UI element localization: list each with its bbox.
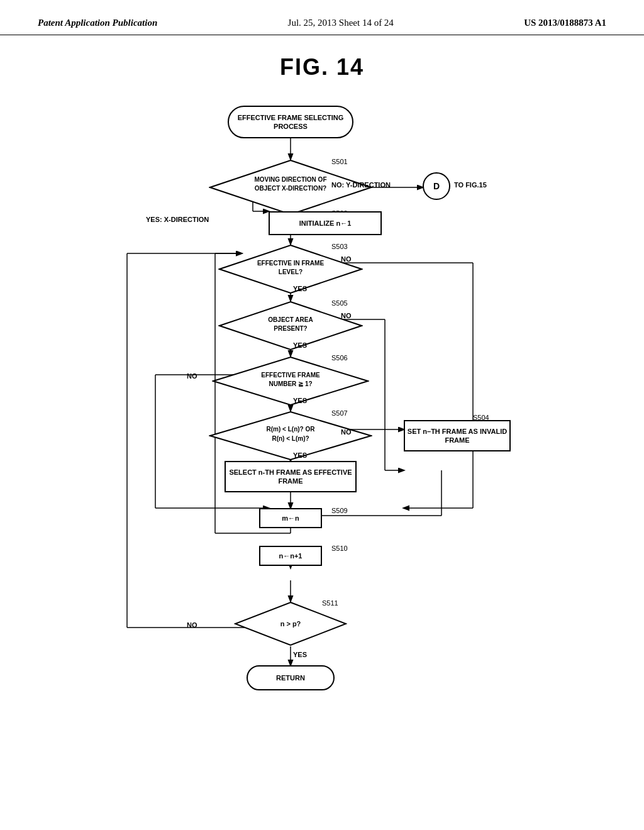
svg-text:EFFECTIVE IN FRAME: EFFECTIVE IN FRAME <box>257 260 324 267</box>
svg-text:OBJECT X-DIRECTION?: OBJECT X-DIRECTION? <box>255 185 326 192</box>
s506-no-label: NO <box>187 372 197 380</box>
s504-process: SET n–TH FRAME AS INVALID FRAME <box>404 420 511 451</box>
flowchart-container: EFFECTIVE FRAME SELECTING PROCESS S501 M… <box>45 93 599 804</box>
s505-no-label: NO <box>341 312 352 319</box>
svg-text:NUMBER ≧ 1?: NUMBER ≧ 1? <box>269 380 312 387</box>
s507-yes-label: YES <box>293 451 307 459</box>
s505-diamond: OBJECT AREA PRESENT? <box>218 301 363 351</box>
publication-number: US 2013/0188873 A1 <box>524 18 606 28</box>
svg-text:EFFECTIVE FRAME: EFFECTIVE FRAME <box>261 372 320 379</box>
s505-yes-label: YES <box>293 341 307 349</box>
step-s510-label: S510 <box>331 545 348 552</box>
s503-no-label: NO <box>341 255 352 263</box>
svg-text:n > p?: n > p? <box>280 620 301 628</box>
figure-title: FIG. 14 <box>0 54 644 80</box>
yes-x-direction-label: YES: X-DIRECTION <box>146 216 209 223</box>
start-terminal: EFFECTIVE FRAME SELECTING PROCESS <box>228 106 353 138</box>
return-terminal: RETURN <box>247 665 335 690</box>
publication-date-sheet: Jul. 25, 2013 Sheet 14 of 24 <box>288 18 394 28</box>
publication-title: Patent Application Publication <box>38 18 157 28</box>
s509-process: m←n <box>259 508 322 528</box>
svg-text:R(n) < L(m)?: R(n) < L(m)? <box>272 435 309 442</box>
to-fig15-label: TO FIG.15 <box>454 181 487 189</box>
page-header: Patent Application Publication Jul. 25, … <box>0 0 644 35</box>
svg-text:R(m) < L(n)? OR: R(m) < L(n)? OR <box>267 426 316 433</box>
s511-diamond: n > p? <box>234 601 347 646</box>
s503-diamond: EFFECTIVE IN FRAME LEVEL? <box>218 244 363 294</box>
step-s509-label: S509 <box>331 507 348 514</box>
s511-no-label: NO <box>187 621 197 629</box>
svg-text:OBJECT AREA: OBJECT AREA <box>268 316 313 323</box>
s507-diamond: R(m) < L(n)? OR R(n) < L(m)? <box>209 411 372 461</box>
svg-text:LEVEL?: LEVEL? <box>279 268 303 275</box>
s502-process: INITIALIZE n←1 <box>269 211 382 235</box>
s506-diamond: EFFECTIVE FRAME NUMBER ≧ 1? <box>212 356 369 406</box>
s507-no-label: NO <box>341 428 352 436</box>
s506-yes-label: YES <box>293 397 307 404</box>
s510-process: n←n+1 <box>259 546 322 566</box>
s503-yes-label: YES <box>293 285 307 292</box>
d-circle: D <box>423 172 450 200</box>
svg-text:MOVING DIRECTION OF: MOVING DIRECTION OF <box>255 176 327 183</box>
svg-text:PRESENT?: PRESENT? <box>274 325 307 332</box>
s508-process: SELECT n-TH FRAME AS EFFECTIVE FRAME <box>225 461 357 492</box>
no-y-direction-label: NO: Y-DIRECTION <box>331 181 391 189</box>
s511-yes-label: YES <box>293 651 307 658</box>
